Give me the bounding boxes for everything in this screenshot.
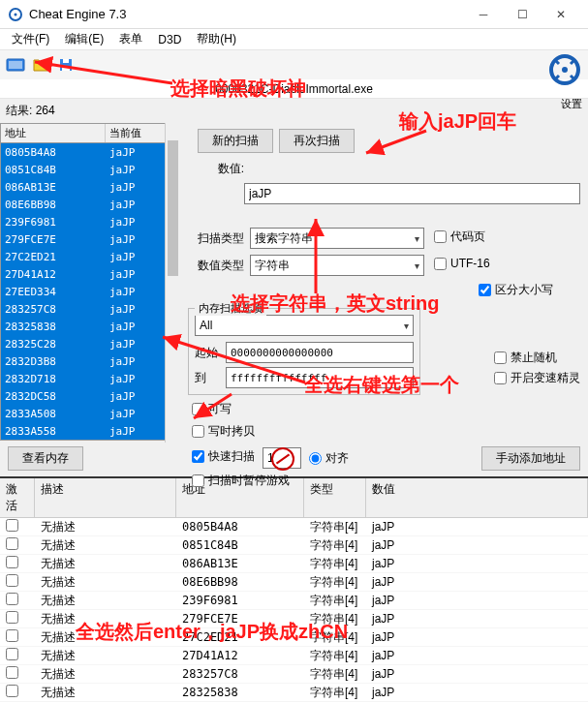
address-row[interactable]: 无描述27D41A12字符串[4]jaJP bbox=[0, 647, 588, 665]
open-process-button[interactable] bbox=[4, 53, 27, 76]
activate-checkbox[interactable] bbox=[6, 593, 18, 605]
result-addr: 08E6BB98 bbox=[1, 199, 106, 211]
result-row[interactable]: 239F6981jaJP bbox=[1, 213, 179, 230]
row-type: 字符串[4] bbox=[304, 685, 366, 701]
result-row[interactable]: 27EED334jaJP bbox=[1, 283, 179, 300]
address-list-table[interactable]: 激活 描述 地址 类型 数值 无描述0805B4A8字符串[4]jaJP无描述0… bbox=[0, 476, 588, 703]
row-desc: 无描述 bbox=[35, 537, 176, 554]
value-type-combo[interactable]: 字符串▾ bbox=[250, 255, 424, 276]
address-row[interactable]: 无描述239F6981字符串[4]jaJP bbox=[0, 592, 588, 610]
scan-type-combo[interactable]: 搜索字符串▾ bbox=[250, 228, 424, 249]
utf16-checkbox[interactable] bbox=[434, 258, 447, 270]
menu-table[interactable]: 表单 bbox=[111, 29, 150, 49]
case-sensitive-checkbox[interactable] bbox=[479, 284, 491, 296]
row-type: 字符串[4] bbox=[304, 519, 366, 535]
chevron-down-icon: ▾ bbox=[404, 321, 409, 331]
close-button[interactable]: ✕ bbox=[542, 0, 580, 29]
value-label: 数值: bbox=[188, 161, 244, 177]
activate-checkbox[interactable] bbox=[6, 685, 18, 697]
row-addr: 239F6981 bbox=[176, 594, 304, 607]
result-row[interactable]: 279FCE7EjaJP bbox=[1, 230, 179, 248]
col-description[interactable]: 描述 bbox=[35, 478, 176, 517]
activate-checkbox[interactable] bbox=[6, 519, 18, 532]
results-list[interactable]: 地址 当前值 0805B4A8jaJP0851C84BjaJP086AB13Ej… bbox=[0, 123, 180, 441]
view-memory-button[interactable]: 查看内存 bbox=[8, 446, 83, 471]
result-row[interactable]: 2833A558jaJP bbox=[1, 422, 179, 440]
search-value-input[interactable] bbox=[244, 183, 580, 204]
value-type-value: 字符串 bbox=[255, 258, 290, 274]
align-radio[interactable] bbox=[309, 452, 322, 465]
next-scan-button[interactable]: 再次扫描 bbox=[279, 129, 355, 153]
activate-checkbox[interactable] bbox=[6, 574, 18, 587]
no-random-checkbox[interactable] bbox=[494, 352, 507, 364]
end-address-input[interactable] bbox=[226, 367, 414, 388]
result-row[interactable]: 0805B4A8jaJP bbox=[1, 143, 179, 161]
result-row[interactable]: 086AB13EjaJP bbox=[1, 178, 179, 196]
window-title: Cheat Engine 7.3 bbox=[29, 7, 464, 21]
result-addr: 27C2ED21 bbox=[1, 251, 106, 263]
address-row[interactable]: 无描述28325838字符串[4]jaJP bbox=[0, 684, 588, 702]
scan-type-value: 搜索字符串 bbox=[255, 230, 313, 247]
result-row[interactable]: 2832D3B8jaJP bbox=[1, 352, 179, 370]
result-row[interactable]: 283257C8jaJP bbox=[1, 300, 179, 318]
row-desc: 无描述 bbox=[35, 593, 176, 609]
maximize-button[interactable]: ☐ bbox=[503, 0, 542, 29]
svg-point-8 bbox=[562, 67, 568, 73]
menu-d3d[interactable]: D3D bbox=[150, 31, 189, 48]
settings-link[interactable]: 设置 bbox=[561, 97, 582, 111]
new-scan-button[interactable]: 新的扫描 bbox=[198, 129, 273, 153]
scan-type-label: 扫描类型 bbox=[188, 230, 244, 247]
result-row[interactable]: 2832D718jaJP bbox=[1, 370, 179, 387]
row-addr: 283257C8 bbox=[176, 667, 304, 681]
menu-edit[interactable]: 编辑(E) bbox=[57, 29, 111, 49]
address-row[interactable]: 无描述283257C8字符串[4]jaJP bbox=[0, 665, 588, 684]
row-val: jaJP bbox=[366, 649, 588, 662]
activate-checkbox[interactable] bbox=[6, 629, 18, 642]
col-address[interactable]: 地址 bbox=[1, 124, 106, 142]
address-row[interactable]: 无描述0805B4A8字符串[4]jaJP bbox=[0, 518, 588, 536]
address-row[interactable]: 无描述08E6BB98字符串[4]jaJP bbox=[0, 573, 588, 592]
activate-checkbox[interactable] bbox=[6, 648, 18, 660]
activate-checkbox[interactable] bbox=[6, 537, 18, 550]
row-val: jaJP bbox=[366, 630, 588, 644]
col-activate[interactable]: 激活 bbox=[0, 478, 35, 517]
cow-label: 写时拷贝 bbox=[208, 423, 255, 440]
cow-checkbox[interactable] bbox=[192, 425, 204, 438]
activate-checkbox[interactable] bbox=[6, 666, 18, 679]
results-scrollbar[interactable] bbox=[165, 123, 180, 443]
process-display: 0000321C-DiabloImmortal.exe bbox=[0, 79, 588, 99]
activate-checkbox[interactable] bbox=[6, 556, 18, 568]
minimize-button[interactable]: ─ bbox=[464, 0, 503, 29]
result-row[interactable]: 28325C28jaJP bbox=[1, 335, 179, 352]
start-address-input[interactable] bbox=[226, 342, 414, 363]
stop-icon[interactable] bbox=[271, 447, 294, 471]
result-row[interactable]: 2832DC58jaJP bbox=[1, 387, 179, 405]
activate-checkbox[interactable] bbox=[6, 611, 18, 624]
codepage-checkbox[interactable] bbox=[434, 230, 447, 243]
to-label: 到 bbox=[195, 370, 222, 386]
row-desc: 无描述 bbox=[35, 611, 176, 627]
speedhack-label: 开启变速精灵 bbox=[511, 370, 580, 386]
address-row[interactable]: 无描述279FCE7E字符串[4]jaJP bbox=[0, 610, 588, 628]
save-button[interactable] bbox=[54, 53, 77, 76]
result-row[interactable]: 28325838jaJP bbox=[1, 318, 179, 335]
result-row[interactable]: 27D41A12jaJP bbox=[1, 265, 179, 283]
menu-file[interactable]: 文件(F) bbox=[4, 29, 57, 49]
result-row[interactable]: 08E6BB98jaJP bbox=[1, 196, 179, 213]
menu-help[interactable]: 帮助(H) bbox=[189, 29, 244, 49]
address-row[interactable]: 无描述0851C84B字符串[4]jaJP bbox=[0, 536, 588, 555]
speedhack-checkbox[interactable] bbox=[494, 372, 507, 384]
writable-checkbox[interactable] bbox=[192, 403, 204, 415]
pause-on-scan-checkbox[interactable] bbox=[192, 474, 204, 487]
open-file-button[interactable] bbox=[29, 53, 52, 76]
result-row[interactable]: 2833A508jaJP bbox=[1, 405, 179, 422]
address-row[interactable]: 无描述086AB13E字符串[4]jaJP bbox=[0, 555, 588, 573]
scrollbar-thumb[interactable] bbox=[168, 140, 178, 276]
app-icon bbox=[8, 7, 23, 22]
mem-range-combo[interactable]: All▾ bbox=[195, 315, 414, 336]
result-row[interactable]: 27C2ED21jaJP bbox=[1, 248, 179, 265]
fast-scan-checkbox[interactable] bbox=[192, 450, 204, 463]
result-row[interactable]: 0851C84BjaJP bbox=[1, 161, 179, 178]
row-addr: 28325838 bbox=[176, 686, 304, 699]
address-row[interactable]: 无描述27C2ED21字符串[4]jaJP bbox=[0, 628, 588, 647]
